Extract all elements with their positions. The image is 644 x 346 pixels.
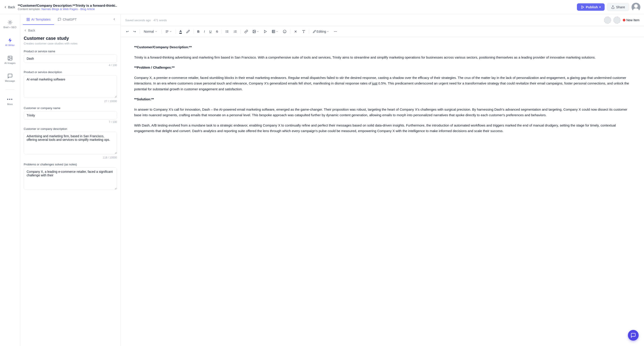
link-button[interactable] [242,28,250,35]
text-color-button[interactable]: A [178,28,184,35]
doc-section-2-heading: **Problem / Challenges:** [134,65,630,70]
table-button[interactable] [270,28,280,35]
editor-toolbar: ↩ ↪ Normal A B I U S [121,26,644,37]
form-title: Customer case study [24,36,117,41]
product-desc-textarea[interactable]: AI email marketing software [24,75,117,98]
panel-tabs: AI Templates ChatGPT [20,14,120,25]
panel-collapse-button[interactable] [111,16,118,24]
editor-topbar: Saved seconds ago 471 words New Item [121,14,644,26]
svg-rect-24 [272,30,275,33]
format-icon [302,30,306,33]
italic-button[interactable]: I [202,28,206,35]
bullet-list-button[interactable] [224,28,231,35]
svg-point-15 [226,30,226,31]
sidebar-item-ai-writer[interactable]: AI Writer [1,36,19,48]
product-name-label: Product or service name [24,50,117,53]
company-name-input[interactable] [24,111,117,120]
align-button[interactable] [164,28,174,35]
link-icon [244,30,248,33]
company-name-label: Customer or company name [24,106,117,110]
svg-point-16 [226,31,226,31]
svg-point-37 [336,31,337,32]
icon-sidebar: Brief + SEO AI Writer AI Images Message … [0,14,20,346]
top-header: Back **Customer/Company Description:**Tr… [0,0,644,14]
share-button[interactable]: Share [607,3,629,11]
company-desc-textarea[interactable]: Advertising and marketing firm, based in… [24,132,117,154]
doc-section-3-body-2: With Dash, A/B testing evolved from a mu… [134,122,630,134]
sidebar-item-ai-images[interactable]: AI Images [1,54,19,66]
bold-button[interactable]: B [196,28,201,35]
play-icon [264,30,267,33]
company-name-count: 7 / 100 [24,120,117,124]
company-desc-label: Customer or company description [24,127,117,131]
new-item-button[interactable]: New Item [623,18,640,22]
header-title-area: **Customer/Company Description:**Trinity… [18,3,574,11]
toolbar-sep-1 [140,29,140,34]
left-panel: AI Templates ChatGPT Back Customer case … [20,14,121,346]
bullet-list-icon [226,30,229,33]
ordered-list-button[interactable] [232,28,239,35]
doc-section-1-body: Trinity is a forward-thinking advertisin… [134,54,630,60]
more-options-button[interactable] [332,28,339,35]
special-char-icon [294,30,298,33]
product-name-input[interactable] [24,54,117,63]
svg-marker-0 [582,6,584,8]
editing-chevron-icon [326,30,329,33]
underline-text: just [372,81,377,85]
svg-rect-7 [28,20,30,21]
special-char-button[interactable] [292,28,299,35]
emoji-button[interactable] [281,28,288,35]
sidebar-item-message[interactable]: Message [1,71,19,84]
product-desc-count: 27 / 10000 [24,100,117,103]
sidebar-item-more[interactable]: ••• More [1,95,19,107]
sidebar-item-brief-seo[interactable]: Brief + SEO [1,18,19,30]
toolbar-sep-2 [162,29,162,34]
saved-label: Saved seconds ago [125,18,151,22]
chat-fab-icon [630,333,636,338]
svg-marker-23 [264,30,266,33]
editor-area: Saved seconds ago 471 words New Item ↩ ↪… [121,14,644,346]
word-count: 471 words [154,18,167,22]
doc-section-3-heading: **Solution:** [134,96,630,102]
editor-content[interactable]: **Customer/Company Description:** Trinit… [121,37,644,346]
panel-back-link[interactable]: Back [24,29,117,32]
message-icon [8,73,13,79]
toolbar-sep-7 [290,29,290,34]
back-button[interactable]: Back [4,5,15,9]
svg-point-28 [283,30,286,33]
svg-rect-5 [27,18,28,19]
sidebar-item-ai-writer-label: AI Writer [5,44,15,46]
format-button[interactable] [300,28,307,35]
product-name-count: 4 / 100 [24,64,117,67]
redo-button[interactable]: ↪ [132,28,138,35]
sidebar-item-ai-images-label: AI Images [4,62,16,64]
table-icon [272,30,275,33]
tab-ai-templates[interactable]: AI Templates [23,14,54,25]
strikethrough-button[interactable]: S [214,28,220,35]
undo-button[interactable]: ↩ [124,28,130,35]
toolbar-sep-6 [240,29,241,34]
underline-button[interactable]: U [208,28,213,35]
main-layout: Brief + SEO AI Writer AI Images Message … [0,14,644,346]
document-title: **Customer/Company Description:**Trinity… [18,3,574,7]
more-dots-icon: ••• [7,97,13,102]
publish-button[interactable]: Publish ▾ [577,3,605,11]
collaborator-avatar-2 [613,16,620,24]
topbar-right: New Item [604,16,640,24]
tab-chatgpt[interactable]: ChatGPT [54,14,80,25]
image-button[interactable] [251,28,261,35]
emoji-icon [283,30,286,33]
align-icon [165,30,169,33]
template-link[interactable]: Narrato Blogs & Web Pages - Blog Article [41,7,95,11]
chat-fab[interactable] [628,330,639,341]
user-avatar[interactable] [632,3,640,12]
paragraph-style-select[interactable]: Normal [142,28,160,35]
publish-chevron: ▾ [599,5,600,9]
edit-mode-button[interactable]: Editing [311,28,331,35]
highlight-button[interactable] [184,28,192,35]
problems-textarea[interactable]: Company X, a leading e-commerce retailer… [24,167,117,190]
svg-point-36 [335,31,336,32]
play-button[interactable] [262,28,269,35]
image-icon [8,55,13,61]
svg-rect-6 [28,18,30,19]
